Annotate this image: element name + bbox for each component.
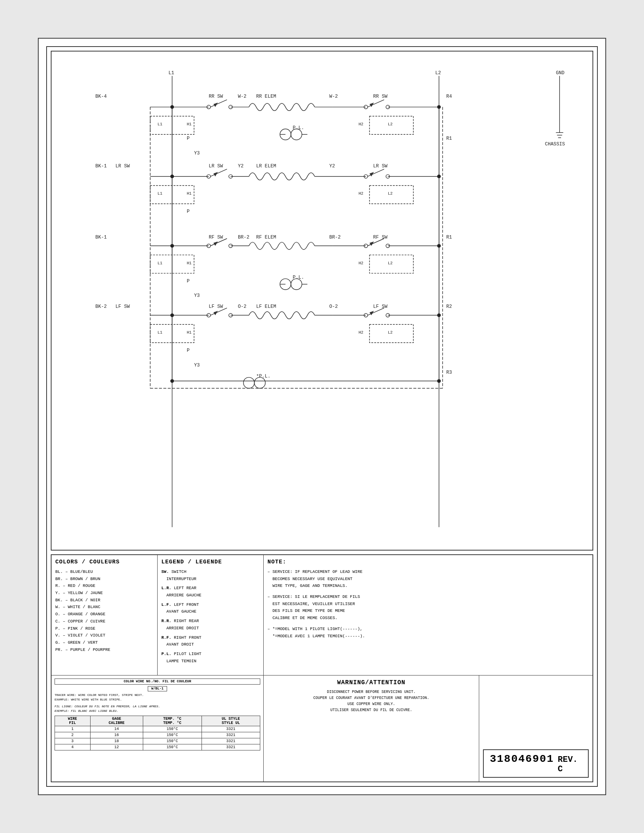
legend-item-4: R.F. RIGHT FRONT AVANT DROIT	[161, 634, 259, 648]
wiring-diagram-svg: text { font-family: 'Courier New', monos…	[52, 51, 592, 550]
O2-right-label: O-2	[329, 304, 338, 309]
legend-item-2: L.F. LEFT FRONT AVANT GAUCHE	[161, 601, 259, 615]
note-item-2: – *=MODEL WITH 1 PILOTE LIGHT(------), *…	[267, 626, 589, 640]
note-item-0: – SERVICE: IF REPLACEMENT OF LEAD WIRE B…	[267, 568, 589, 590]
wire-row-4: 4 12 150°C 3321	[55, 745, 260, 751]
warning-title: WARNING/ATTENTION	[267, 679, 475, 686]
temp-3: 150°C	[143, 738, 201, 745]
legend-item-0: SW. SWITCH INTERRUPTEUR	[161, 568, 259, 582]
wire-1: 1	[55, 726, 90, 732]
legend-item-3: R.R. RIGHT REAR ARRIERE DROIT	[161, 618, 259, 632]
legend-section: LEGEND / LEGENDE SW. SWITCH INTERRUPTEUR…	[158, 555, 264, 675]
RR-SW-right-label: RR SW	[373, 94, 388, 100]
chassis-label: CHASSIS	[545, 142, 565, 147]
legend-abbr-0: SW.	[161, 569, 169, 574]
note-content: – SERVICE: IF REPLACEMENT OF LEAD WIRE B…	[267, 568, 589, 640]
wire-table: WIREFIL GAGECALIBRE TEMP. °CTEMP. °C UL …	[55, 716, 260, 751]
wire-row-1: 1 14 150°C 3321	[55, 726, 260, 732]
gage-3: 18	[90, 738, 143, 745]
H2-sub1: H2	[358, 122, 363, 127]
color-wire-title: COLOR WIRE NO./NO. FIL DE COULEUR	[55, 679, 260, 685]
svg-line-10	[211, 100, 227, 107]
W2-left-label: W-2	[238, 94, 246, 100]
temp-2: 150°C	[143, 732, 201, 738]
L1-top-label: L1	[169, 71, 174, 76]
diagram-area: text { font-family: 'Courier New', monos…	[51, 51, 593, 550]
warning-line-2: USE COPPER WIRE ONLY.	[267, 701, 475, 707]
temp-4: 150°C	[143, 745, 201, 751]
BK2-label: BK-2	[95, 304, 107, 309]
ul-2: 3321	[201, 732, 260, 738]
color-item-11: PR. – PURPLE / POURPRE	[55, 646, 153, 653]
gage-1: 14	[90, 726, 143, 732]
info-area: COLORS / COULEURS BL. – BLUE/BLEU BR. – …	[51, 554, 593, 782]
tracer-note1: TRACER WIRE: WIRE COLOR NOTED FIRST, STR…	[55, 693, 260, 698]
L1-sub4: L1	[158, 330, 163, 335]
R1-top-label: R1	[446, 136, 452, 141]
R3-label: R3	[446, 370, 452, 375]
svg-point-25	[291, 129, 302, 140]
H2-sub2: H2	[358, 191, 363, 196]
RR-ELEM-label: RR ELEM	[256, 94, 276, 100]
LF-SW-left-label: LF SW	[116, 304, 130, 309]
color-item-10: G. – GREEN / VERT	[55, 639, 153, 646]
svg-point-63	[291, 279, 302, 289]
H1-sub3: H1	[187, 261, 192, 265]
O2-left-label: O-2	[238, 304, 246, 309]
wire-row-3: 3 18 150°C 3321	[55, 738, 260, 745]
svg-marker-49	[213, 241, 218, 246]
wire-table-section: COLOR WIRE NO./NO. FIL DE COULEUR W/BL-1…	[52, 675, 264, 782]
info-bottom: COLOR WIRE NO./NO. FIL DE COULEUR W/BL-1…	[52, 675, 592, 782]
L1-sub3: L1	[158, 261, 163, 265]
svg-line-31	[211, 169, 227, 177]
gage-col-header: GAGECALIBRE	[90, 716, 143, 726]
gage-4: 12	[90, 745, 143, 751]
Y2-left-label: Y2	[238, 164, 243, 169]
outer-border: text { font-family: 'Courier New', monos…	[46, 46, 598, 787]
L2-sub2: L2	[388, 191, 393, 196]
svg-line-38	[368, 169, 384, 177]
note-section: NOTE: – SERVICE: IF REPLACEMENT OF LEAD …	[264, 555, 592, 675]
tracer-note2: EXAMPLE: WHITE WIRE WITH BLUE STRIPE.	[55, 698, 260, 702]
ul-col-header: UL STYLESTYLE UL	[201, 716, 260, 726]
colors-title: COLORS / COULEURS	[55, 559, 153, 565]
svg-point-86	[243, 378, 254, 389]
BK1-top-label: BK-1	[95, 164, 107, 169]
svg-marker-32	[213, 172, 218, 177]
BK4-label: BK-4	[95, 94, 107, 100]
H2-sub3: H2	[358, 261, 363, 265]
BR2-right-label: BR-2	[329, 235, 341, 240]
Y3-bot-label: Y3	[194, 363, 200, 368]
warning-line-1: COUPER LE COURANT AVANT D'EFFECTUER UNE …	[267, 695, 475, 701]
warning-text: DISCONNECT POWER BEFORE SERVICING UNIT. …	[267, 689, 475, 713]
Y3-top-label: Y3	[194, 151, 200, 156]
RF-SW-left-label: RF SW	[209, 235, 223, 240]
PL-bot-label: *P.L.	[256, 374, 270, 379]
wire-col-header: WIREFIL	[55, 716, 90, 726]
svg-line-17	[368, 100, 384, 107]
LF-SW-left2-label: LF SW	[209, 304, 223, 309]
P-sub4: P	[187, 348, 190, 353]
RF-SW-right-label: RF SW	[373, 235, 388, 240]
note-item-1: – SERVICE: SI LE REMPLACEMENT DE FILS ES…	[267, 593, 589, 622]
BR2-left-label: BR-2	[238, 235, 249, 240]
wire-row-2: 2 16 150°C 3321	[55, 732, 260, 738]
wire-4: 4	[55, 745, 90, 751]
Y2-right-label: Y2	[329, 164, 335, 169]
colors-section: COLORS / COULEURS BL. – BLUE/BLEU BR. – …	[52, 555, 158, 675]
page: text { font-family: 'Courier New', monos…	[38, 38, 606, 795]
svg-point-87	[254, 378, 266, 389]
ul-3: 3321	[201, 738, 260, 745]
legend-abbr-1: L.R.	[161, 586, 171, 590]
L1-sub2: L1	[158, 191, 163, 196]
fil-note: FIL LIGNE: COULEUR DU FIL NOTE EN PREMIE…	[55, 704, 260, 713]
L2-sub4: L2	[388, 330, 393, 335]
legend-abbr-2: L.F.	[161, 602, 171, 607]
ul-1: 3321	[201, 726, 260, 732]
svg-marker-11	[213, 103, 218, 107]
LF-SW-right-label: LF SW	[373, 304, 388, 309]
warning-line-3: UTILISER SEULEMENT DU FIL DE CUIVRE.	[267, 707, 475, 713]
legend-item-1: L.R. LEFT REAR ARRIERE GAUCHE	[161, 585, 259, 599]
legend-item-5: P.L. PILOT LIGHT LAMPE TEMOIN	[161, 651, 259, 664]
legend-abbr-3: R.R.	[161, 619, 171, 623]
